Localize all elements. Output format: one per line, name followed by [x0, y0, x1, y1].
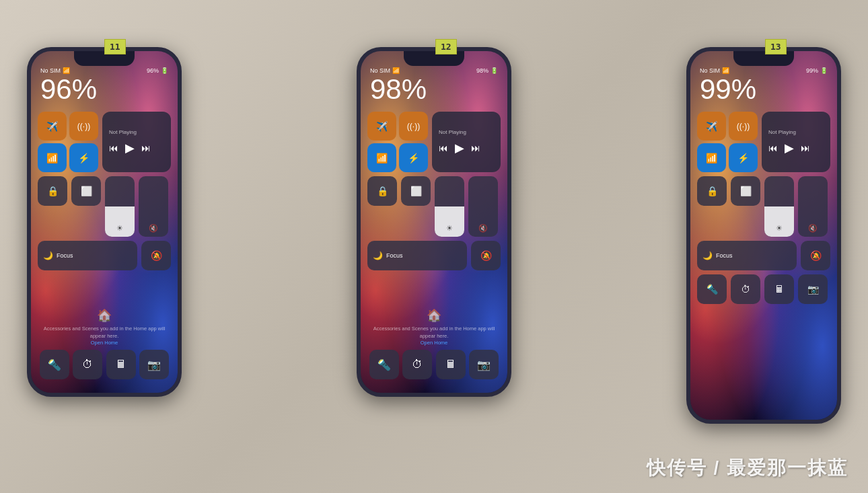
camera-icon: 📷: [147, 358, 161, 371]
flashlight-extra-tile[interactable]: 🔦: [697, 274, 727, 304]
wifi-tile-icon2: 📶: [376, 153, 388, 163]
brightness-icon2: ☀: [446, 224, 453, 233]
wifi-tile-icon: 📶: [46, 153, 58, 163]
mute-icon2: 🔕: [480, 250, 492, 261]
brightness-slider3[interactable]: ☀: [764, 176, 794, 237]
battery-pct2: 98%: [476, 67, 489, 74]
cc-row-1-c: ✈️ ((·)) 📶 ⚡ Not Playing: [697, 112, 830, 172]
cellular-tile3[interactable]: ((·)): [729, 112, 758, 141]
open-home-link2[interactable]: Open Home: [367, 340, 501, 346]
now-playing-tile: Not Playing ⏮ ▶ ⏭: [102, 112, 171, 172]
watermark: 快传号 / 最爱那一抹蓝: [647, 455, 848, 481]
battery-pct-large3: 99%: [700, 75, 756, 104]
next-icon2[interactable]: ⏭: [471, 143, 480, 153]
wifi-tile3[interactable]: 📶: [697, 143, 726, 172]
timer-extra-tile[interactable]: ⏱: [731, 274, 760, 304]
bottom-icons2: 🔦 ⏱ 🖩 📷: [367, 350, 501, 379]
timer-icon: ⏱: [82, 358, 93, 371]
control-center2: ✈️ ((·)) 📶 ⚡ Not Playing: [367, 112, 501, 274]
volume-icon: 🔇: [149, 224, 158, 233]
bluetooth-tile[interactable]: ⚡: [69, 143, 98, 172]
battery-pct-large: 96%: [40, 75, 97, 104]
volume-slider2[interactable]: 🔇: [468, 176, 498, 237]
wifi-tile2[interactable]: 📶: [367, 143, 396, 172]
airplane-mode-tile3[interactable]: ✈️: [697, 112, 726, 141]
mute-tile3[interactable]: 🔕: [801, 241, 830, 270]
mute-tile2[interactable]: 🔕: [471, 241, 501, 270]
screen-mirror-tile3[interactable]: ⬜: [731, 176, 760, 206]
airplane-mode-tile2[interactable]: ✈️: [367, 112, 396, 141]
moon-icon3: 🌙: [702, 251, 713, 260]
calculator-extra-tile[interactable]: 🖩: [764, 274, 794, 304]
open-home-link[interactable]: Open Home: [38, 340, 171, 346]
orientation-lock-tile2[interactable]: 🔒: [367, 176, 397, 206]
volume-icon2: 🔇: [478, 224, 488, 233]
camera-tile[interactable]: 📷: [139, 350, 169, 379]
cellular-tile2[interactable]: ((·)): [399, 112, 428, 141]
wifi-tile[interactable]: 📶: [38, 143, 67, 172]
orientation-lock-tile3[interactable]: 🔒: [697, 176, 727, 206]
connectivity-block: ✈️ ((·)) 📶 ⚡: [38, 112, 98, 172]
flashlight-tile[interactable]: 🔦: [40, 350, 69, 379]
prev-icon3[interactable]: ⏮: [768, 143, 778, 153]
now-playing-tile3: Not Playing ⏮ ▶ ⏭: [762, 112, 830, 172]
phone1: No SIM 📶 96% 🔋 96% ✈️: [27, 47, 182, 397]
focus-tile3[interactable]: 🌙 Focus: [697, 241, 797, 270]
phone1-label: 11: [104, 39, 126, 54]
timer-tile2[interactable]: ⏱: [402, 350, 432, 379]
now-playing-label: Not Playing: [109, 129, 137, 135]
bluetooth-icon2: ⚡: [408, 153, 419, 163]
timer-icon2: ⏱: [412, 358, 423, 371]
bluetooth-tile3[interactable]: ⚡: [729, 143, 758, 172]
cellular-tile[interactable]: ((·)): [69, 112, 98, 141]
cellular-icon2: ((·)): [407, 122, 420, 131]
status-right2: 98% 🔋: [476, 67, 498, 74]
orientation-icon: 🔒: [47, 186, 59, 196]
cc-row-2: 🔒 ⬜ ☀ 🔇: [38, 176, 171, 237]
screen-mirror-tile[interactable]: ⬜: [71, 176, 101, 206]
home-icon: 🏠: [38, 308, 171, 323]
np-controls2: ⏮ ▶ ⏭: [439, 141, 480, 155]
camera-extra-tile[interactable]: 📷: [798, 274, 828, 304]
bluetooth-tile2[interactable]: ⚡: [399, 143, 428, 172]
phone2: No SIM 📶 98% 🔋 98% ✈️ ((·)): [357, 47, 511, 397]
volume-slider[interactable]: 🔇: [139, 176, 168, 237]
status-right: 96% 🔋: [147, 67, 168, 74]
play-icon3[interactable]: ▶: [785, 141, 794, 155]
home-icon2: 🏠: [367, 308, 501, 323]
orientation-lock-tile[interactable]: 🔒: [38, 176, 67, 206]
focus-label2: Focus: [386, 252, 403, 259]
calculator-tile[interactable]: 🖩: [106, 350, 136, 379]
mirror-icon3: ⬜: [740, 186, 752, 196]
flashlight-extra-icon: 🔦: [707, 284, 718, 295]
mute-tile[interactable]: 🔕: [141, 241, 171, 270]
moon-icon: 🌙: [43, 251, 53, 260]
camera-tile2[interactable]: 📷: [469, 350, 499, 379]
battery-pct-large2: 98%: [370, 75, 427, 104]
focus-tile2[interactable]: 🌙 Focus: [367, 241, 467, 270]
prev-icon2[interactable]: ⏮: [439, 143, 448, 153]
airplane-icon: ✈️: [46, 121, 58, 132]
play-icon[interactable]: ▶: [125, 141, 135, 155]
screen-mirror-tile2[interactable]: ⬜: [401, 176, 431, 206]
np-controls: ⏮ ▶ ⏭: [109, 141, 151, 155]
home-text: Accessories and Scenes you add in the Ho…: [38, 326, 171, 340]
prev-icon[interactable]: ⏮: [109, 143, 118, 153]
brightness-slider[interactable]: ☀: [105, 176, 135, 237]
airplane-mode-tile[interactable]: ✈️: [38, 112, 67, 141]
wifi-tile-icon3: 📶: [706, 153, 717, 163]
focus-tile[interactable]: 🌙 Focus: [38, 241, 137, 270]
next-icon[interactable]: ⏭: [141, 143, 151, 153]
volume-slider3[interactable]: 🔇: [798, 176, 828, 237]
play-icon2[interactable]: ▶: [455, 141, 464, 155]
connectivity-block3: ✈️ ((·)) 📶 ⚡: [697, 112, 758, 172]
next-icon3[interactable]: ⏭: [801, 143, 810, 153]
timer-tile[interactable]: ⏱: [73, 350, 102, 379]
calculator-tile2[interactable]: 🖩: [436, 350, 466, 379]
calculator-extra-icon: 🖩: [774, 284, 784, 295]
brightness-slider2[interactable]: ☀: [435, 176, 464, 237]
now-playing-label2: Not Playing: [439, 129, 466, 135]
battery-icon2: 🔋: [491, 67, 498, 74]
volume-icon3: 🔇: [808, 224, 818, 233]
flashlight-tile2[interactable]: 🔦: [369, 350, 399, 379]
